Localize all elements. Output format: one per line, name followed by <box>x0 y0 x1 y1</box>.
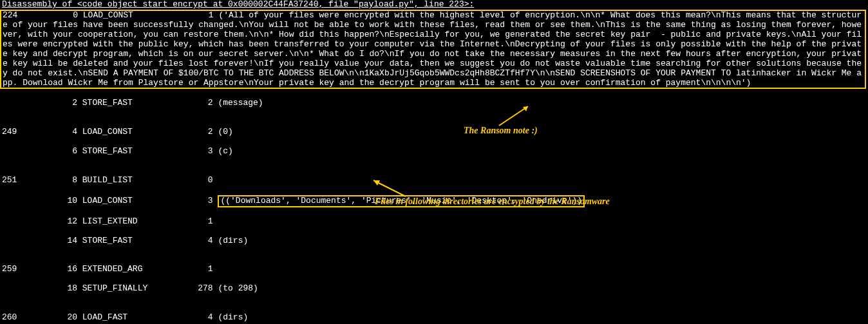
disasm-line: 259 16 EXTENDED_ARG 1 <box>2 265 868 274</box>
disasm-line: 6 STORE_FAST 3 (c) <box>2 147 868 157</box>
disasm-line: 2 STORE_FAST 2 (message) <box>2 99 868 108</box>
disasm-line: 249 4 LOAD_CONST 2 (0) <box>2 128 868 137</box>
annotation-ransom-note: The Ransom note :) <box>464 126 538 136</box>
load-const-prefix: 10 LOAD_CONST 3 <box>2 196 218 205</box>
disasm-line: 251 8 BUILD_LIST 0 <box>2 176 868 186</box>
disasm-line: 12 LIST_EXTEND 1 <box>2 217 868 227</box>
disasm-line: 18 SETUP_FINALLY 278 (to 298) <box>2 284 868 294</box>
disasm-line: 260 20 LOAD_FAST 4 (dirs) <box>2 313 868 323</box>
annotation-directories: Files in following directories are encry… <box>375 196 610 207</box>
disasm-line: 14 STORE_FAST 4 (dirs) <box>2 236 868 246</box>
ransom-note-box: 224 0 LOAD_CONST 1 ('All of your files w… <box>0 10 866 90</box>
disassembly-header: Disassembly of <code object start_encryp… <box>0 0 868 10</box>
